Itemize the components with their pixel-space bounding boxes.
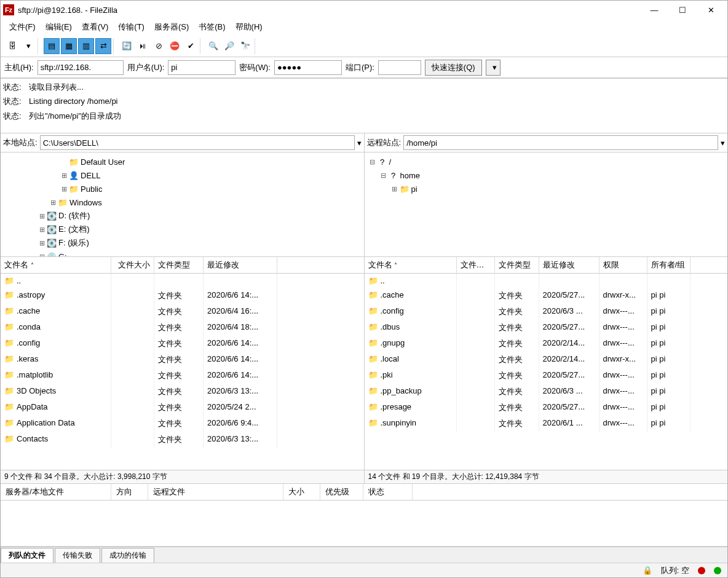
column-header[interactable]: 文件类型 (495, 257, 539, 273)
file-row[interactable]: 📁.. (365, 274, 728, 288)
file-row[interactable]: 📁.. (1, 274, 364, 288)
column-header[interactable]: 文件类型 (154, 257, 204, 273)
file-row[interactable]: 📁.astropy文件夹2020/6/6 14:... (1, 288, 364, 304)
queue-col[interactable]: 状态 (363, 484, 413, 500)
file-row[interactable]: 📁.dbus文件夹2020/5/27...drwx---...pi pi (365, 320, 728, 336)
tree-item[interactable]: ⊞💽F: (娱乐) (4, 236, 360, 250)
chevron-down-icon[interactable]: ▾ (357, 138, 362, 148)
column-header[interactable]: 所有者/组 (647, 257, 690, 273)
port-input[interactable] (378, 60, 421, 75)
file-row[interactable]: 📁.keras文件夹2020/6/6 14:... (1, 352, 364, 368)
file-row[interactable]: 📁.pki文件夹2020/5/27...drwx---...pi pi (365, 368, 728, 384)
menu-item[interactable]: 书签(B) (194, 20, 230, 34)
expander-icon[interactable]: ⊞ (390, 185, 399, 193)
column-header[interactable]: 权限 (599, 257, 647, 273)
tree-item[interactable]: ⊟?home (368, 168, 724, 182)
column-header[interactable]: 最近修改 (539, 257, 599, 273)
log-pane[interactable]: 状态:读取目录列表...状态:Listing directory /home/p… (1, 78, 727, 133)
local-filelist[interactable]: 文件名 ˄文件大小文件类型最近修改📁..📁.astropy文件夹2020/6/6… (1, 257, 364, 470)
queue-tab[interactable]: 列队的文件 (1, 548, 53, 563)
remote-tree[interactable]: ⊟?/⊟?home⊞📁pi (365, 152, 728, 257)
queue-col[interactable]: 大小 (283, 484, 320, 500)
quickconnect-button[interactable]: 快速连接(Q) (425, 60, 482, 76)
quickconnect-dropdown[interactable]: ▾ (486, 60, 501, 76)
column-header[interactable]: 文件大小 (457, 257, 495, 273)
queue-col[interactable]: 服务器/本地文件 (1, 484, 111, 500)
menu-item[interactable]: 文件(F) (4, 20, 41, 34)
reconnect-icon[interactable]: ✔ (183, 38, 199, 54)
queue-col[interactable]: 方向 (111, 484, 148, 500)
menu-item[interactable]: 服务器(S) (149, 20, 194, 34)
column-header[interactable]: 文件名 ˄ (1, 257, 111, 273)
file-row[interactable]: 📁.presage文件夹2020/5/27...drwx---...pi pi (365, 400, 728, 416)
queue-body[interactable] (1, 501, 727, 546)
expander-icon[interactable]: ⊞ (38, 239, 46, 247)
tree-item[interactable]: 📁Default User (4, 155, 360, 168)
tree-item[interactable]: ⊞💽E: (文档) (4, 223, 360, 236)
file-row[interactable]: 📁.matplotlib文件夹2020/6/6 14:... (1, 368, 364, 384)
file-row[interactable]: 📁.pp_backup文件夹2020/6/3 ...drwx---...pi p… (365, 384, 728, 400)
file-row[interactable]: 📁.cache文件夹2020/5/27...drwxr-x...pi pi (365, 288, 728, 304)
refresh-icon[interactable]: 🔄 (119, 38, 135, 54)
tree-item[interactable]: ⊞📁Windows (4, 196, 360, 209)
queue-tab[interactable]: 传输失败 (55, 548, 100, 563)
tree-item[interactable]: ⊞💿G: (4, 250, 360, 257)
compare-icon[interactable]: 🔎 (221, 38, 237, 54)
site-manager-icon[interactable]: 🗄 (4, 38, 20, 54)
tree-item[interactable]: ⊞📁pi (368, 182, 724, 196)
file-row[interactable]: 📁.gnupg文件夹2020/2/14...drwx---...pi pi (365, 336, 728, 352)
tree-item[interactable]: ⊞📁Public (4, 182, 360, 196)
local-tree[interactable]: 📁Default User⊞👤DELL⊞📁Public⊞📁Windows⊞💽D:… (1, 152, 364, 257)
minimize-button[interactable]: — (640, 1, 668, 18)
expander-icon[interactable]: ⊞ (49, 199, 57, 207)
column-header[interactable]: 文件名 ˄ (365, 257, 457, 273)
expander-icon[interactable]: ⊞ (60, 185, 68, 193)
file-row[interactable]: 📁.conda文件夹2020/6/4 18:... (1, 320, 364, 336)
expander-icon[interactable]: ⊞ (38, 212, 46, 220)
menu-item[interactable]: 帮助(H) (231, 20, 267, 34)
toggle-tree-icon[interactable]: ▦ (61, 38, 77, 54)
search-icon[interactable]: 🔭 (237, 38, 253, 54)
file-row[interactable]: 📁.config文件夹2020/6/6 14:... (1, 336, 364, 352)
tree-item[interactable]: ⊞👤DELL (4, 168, 360, 182)
file-row[interactable]: 📁.sunpinyin文件夹2020/6/1 ...drwx---...pi p… (365, 416, 728, 432)
queue-tab[interactable]: 成功的传输 (101, 548, 154, 563)
menu-item[interactable]: 查看(V) (77, 20, 113, 34)
file-row[interactable]: 📁Contacts文件夹2020/6/3 13:... (1, 432, 364, 448)
file-row[interactable]: 📁3D Objects文件夹2020/6/3 13:... (1, 384, 364, 400)
local-path-input[interactable] (40, 135, 355, 150)
file-row[interactable]: 📁Application Data文件夹2020/6/6 9:4... (1, 416, 364, 432)
file-row[interactable]: 📁.cache文件夹2020/6/4 16:... (1, 304, 364, 320)
file-row[interactable]: 📁AppData文件夹2020/5/24 2... (1, 400, 364, 416)
column-header[interactable]: 最近修改 (204, 257, 277, 273)
dropdown-icon[interactable]: ▾ (20, 38, 36, 54)
host-input[interactable] (38, 60, 124, 75)
disconnect-icon[interactable]: ⛔ (167, 38, 183, 54)
file-row[interactable]: 📁.config文件夹2020/6/3 ...drwx---...pi pi (365, 304, 728, 320)
remote-path-input[interactable] (403, 135, 718, 150)
tree-item[interactable]: ⊟?/ (368, 155, 724, 168)
chevron-down-icon[interactable]: ▾ (721, 138, 725, 148)
maximize-button[interactable]: ☐ (668, 1, 697, 18)
menu-item[interactable]: 传输(T) (113, 20, 149, 34)
menu-item[interactable]: 编辑(E) (41, 20, 77, 34)
sync-browse-icon[interactable]: ⇄ (95, 38, 111, 54)
expander-icon[interactable]: ⊟ (379, 172, 388, 180)
column-header[interactable]: 文件大小 (111, 257, 154, 273)
close-button[interactable]: ✕ (697, 1, 725, 18)
process-queue-icon[interactable]: ⏯ (135, 38, 151, 54)
queue-col[interactable]: 远程文件 (148, 484, 283, 500)
tree-item[interactable]: ⊞💽D: (软件) (4, 209, 360, 223)
expander-icon[interactable]: ⊞ (38, 253, 46, 258)
toggle-log-icon[interactable]: ▤ (44, 38, 60, 54)
expander-icon[interactable]: ⊞ (38, 226, 46, 234)
cancel-icon[interactable]: ⊘ (151, 38, 167, 54)
expander-icon[interactable]: ⊞ (60, 172, 68, 180)
user-input[interactable] (168, 60, 235, 75)
queue-col[interactable]: 优先级 (320, 484, 363, 500)
expander-icon[interactable]: ⊟ (368, 158, 377, 166)
pass-input[interactable] (274, 60, 342, 75)
filter-icon[interactable]: 🔍 (205, 38, 221, 54)
toggle-queue-icon[interactable]: ▥ (78, 38, 94, 54)
remote-filelist[interactable]: 文件名 ˄文件大小文件类型最近修改权限所有者/组📁..📁.cache文件夹202… (365, 257, 728, 470)
